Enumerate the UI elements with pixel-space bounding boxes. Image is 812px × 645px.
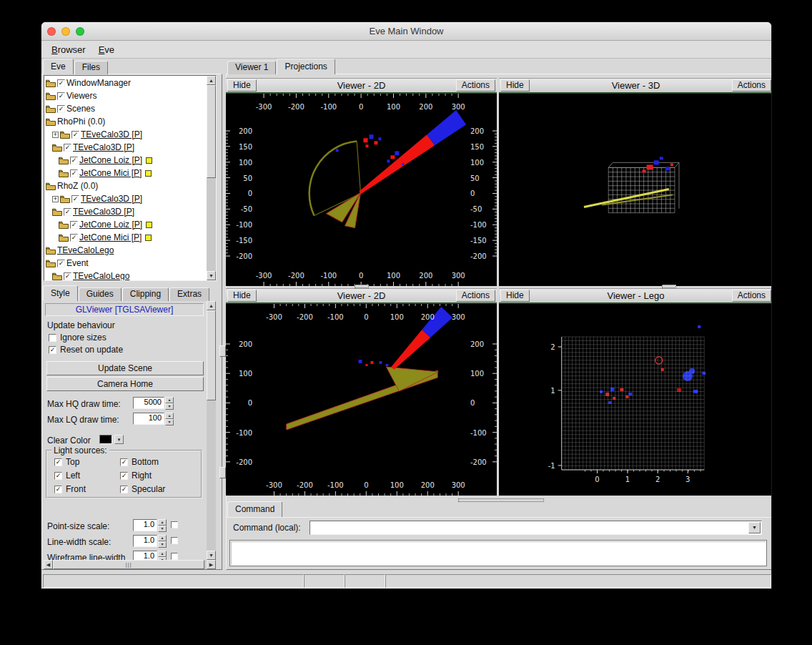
style-scrollbar[interactable]: ▲ ▼ <box>207 301 216 560</box>
checkbox[interactable]: ✓ <box>54 458 62 466</box>
tree-item[interactable]: +✓TEveCalo3D [P] <box>44 128 207 141</box>
spinner[interactable]: ▴▾ <box>158 535 167 547</box>
spin-up-icon[interactable]: ▴ <box>165 397 174 403</box>
tree-checkbox[interactable]: ✓ <box>64 144 71 152</box>
tree-item[interactable]: ✓JetCone Loiz [P] <box>44 154 207 167</box>
tab-command[interactable]: Command <box>227 501 282 517</box>
actions-button[interactable]: Actions <box>732 79 771 92</box>
scale-input[interactable]: 1.0 <box>133 535 157 547</box>
tree-item[interactable]: ✓Scenes <box>44 102 207 115</box>
tree-item[interactable]: ✓TEveCaloLego <box>44 270 207 280</box>
actions-button[interactable]: Actions <box>456 290 495 302</box>
splitter-handle[interactable] <box>219 345 226 357</box>
tab-guides[interactable]: Guides <box>79 287 122 301</box>
light-source-left[interactable]: ✓Left <box>54 471 120 481</box>
command-output[interactable] <box>229 540 767 566</box>
scroll-thumb[interactable] <box>207 310 216 400</box>
splitter-handle[interactable] <box>458 498 544 502</box>
tree-item[interactable]: ✓JetCone Mici [P] <box>44 167 207 179</box>
max-hq-spinner[interactable]: ▴ ▾ <box>165 397 174 409</box>
checkbox[interactable]: ✓ <box>120 486 128 493</box>
actions-button[interactable]: Actions <box>456 79 495 92</box>
tree-item[interactable]: RhoPhi (0.0) <box>44 115 207 128</box>
tree-scrollbar[interactable]: ▲ ▼ <box>207 76 216 280</box>
scroll-down-icon[interactable]: ▼ <box>207 271 216 280</box>
hide-button[interactable]: Hide <box>227 290 257 302</box>
max-lq-spinner[interactable]: ▴ ▾ <box>165 413 174 425</box>
expander-icon[interactable]: + <box>52 132 59 138</box>
tree-item[interactable]: RhoZ (0.0) <box>44 179 207 192</box>
reset-on-update-row[interactable]: ✓ Reset on update <box>49 345 123 355</box>
light-source-specular[interactable]: ✓Specular <box>120 484 198 494</box>
light-source-bottom[interactable]: ✓Bottom <box>120 457 198 467</box>
splitter-handle[interactable] <box>662 285 676 288</box>
scale-input[interactable]: 1.0 <box>133 551 157 560</box>
tree-checkbox[interactable]: ✓ <box>70 234 78 242</box>
ignore-sizes-checkbox[interactable] <box>49 334 56 342</box>
light-source-top[interactable]: ✓Top <box>54 457 120 467</box>
scroll-up-icon[interactable]: ▲ <box>207 301 216 310</box>
viewer-viewport[interactable]: -300-300-200-200-100-1000010010020020030… <box>226 94 497 286</box>
titlebar[interactable]: Eve Main Window <box>41 22 771 41</box>
menu-eve[interactable]: Eve <box>92 42 121 57</box>
viewer-viewport[interactable]: 012321-1 <box>499 304 772 496</box>
tree-item[interactable]: TEveCaloLego <box>44 244 207 257</box>
tree-item[interactable]: +✓TEveCalo3D [P] <box>44 192 207 205</box>
checkbox[interactable]: ✓ <box>54 472 62 480</box>
tree-item[interactable]: ✓JetCone Loiz [P] <box>44 218 207 231</box>
tab-files[interactable]: Files <box>74 61 108 74</box>
scroll-down-icon[interactable]: ▼ <box>207 551 216 560</box>
left-hscrollbar[interactable]: ◀ ▶ ||| <box>44 560 216 569</box>
spin-up-icon[interactable]: ▴ <box>158 519 167 526</box>
scale-checkbox[interactable] <box>171 537 178 544</box>
scroll-up-icon[interactable]: ▲ <box>207 76 216 85</box>
tree-checkbox[interactable]: ✓ <box>64 272 71 280</box>
tree-item[interactable]: ✓WindowManager <box>44 77 207 89</box>
tree-checkbox[interactable]: ✓ <box>71 195 79 203</box>
tree-checkbox[interactable]: ✓ <box>57 260 65 267</box>
chevron-down-icon[interactable]: ▼ <box>748 522 761 533</box>
tab-projections[interactable]: Projections <box>277 59 335 74</box>
spin-up-icon[interactable]: ▴ <box>165 413 174 419</box>
tree-item[interactable]: ✓Event <box>44 257 207 270</box>
checkbox[interactable]: ✓ <box>54 486 62 493</box>
tree-item[interactable]: ✓TEveCalo3D [P] <box>44 205 207 218</box>
checkbox[interactable]: ✓ <box>120 472 128 480</box>
update-scene-button[interactable]: Update Scene <box>46 361 204 375</box>
command-combobox[interactable]: ▼ <box>310 521 762 535</box>
spin-down-icon[interactable]: ▾ <box>158 541 167 548</box>
tree-checkbox[interactable]: ✓ <box>57 92 65 100</box>
camera-home-button[interactable]: Camera Home <box>46 377 204 391</box>
tree-item[interactable]: ✓JetCone Mici [P] <box>44 231 207 244</box>
tab-viewer-1[interactable]: Viewer 1 <box>227 61 276 74</box>
tab-clipping[interactable]: Clipping <box>122 287 169 301</box>
actions-button[interactable]: Actions <box>732 290 771 302</box>
tree-checkbox[interactable]: ✓ <box>70 221 78 229</box>
splitter-handle[interactable] <box>355 285 369 288</box>
max-hq-input[interactable]: 5000 <box>133 397 164 409</box>
light-source-front[interactable]: ✓Front <box>54 484 120 494</box>
tree-checkbox[interactable]: ✓ <box>57 105 65 113</box>
tab-style[interactable]: Style <box>43 285 78 301</box>
clear-color-dropdown-icon[interactable]: ▾ <box>114 435 124 444</box>
scroll-right-icon[interactable]: ▶ <box>207 560 216 569</box>
clear-color-swatch[interactable] <box>99 435 112 444</box>
tree-checkbox[interactable]: ✓ <box>71 131 79 139</box>
spinner[interactable]: ▴▾ <box>158 551 167 560</box>
tab-extras[interactable]: Extras <box>169 287 209 301</box>
scale-checkbox[interactable] <box>171 553 178 560</box>
max-lq-input[interactable]: 100 <box>133 413 164 425</box>
tree-checkbox[interactable]: ✓ <box>70 169 78 177</box>
hide-button[interactable]: Hide <box>500 79 530 92</box>
viewer-viewport[interactable]: -300-300-200-200-100-1000010010020020030… <box>226 304 497 496</box>
tree-item[interactable]: ✓Viewers <box>44 89 207 102</box>
spin-down-icon[interactable]: ▾ <box>158 526 167 532</box>
tree-item[interactable]: ✓TEveCalo3D [P] <box>44 141 207 154</box>
reset-on-update-checkbox[interactable]: ✓ <box>49 346 56 354</box>
spin-up-icon[interactable]: ▴ <box>158 535 167 541</box>
tab-eve[interactable]: Eve <box>43 59 74 74</box>
tree-checkbox[interactable]: ✓ <box>70 157 78 164</box>
ignore-sizes-row[interactable]: Ignore sizes <box>49 333 107 343</box>
tree-checkbox[interactable]: ✓ <box>57 79 65 87</box>
splitter-handle[interactable] <box>219 467 226 478</box>
